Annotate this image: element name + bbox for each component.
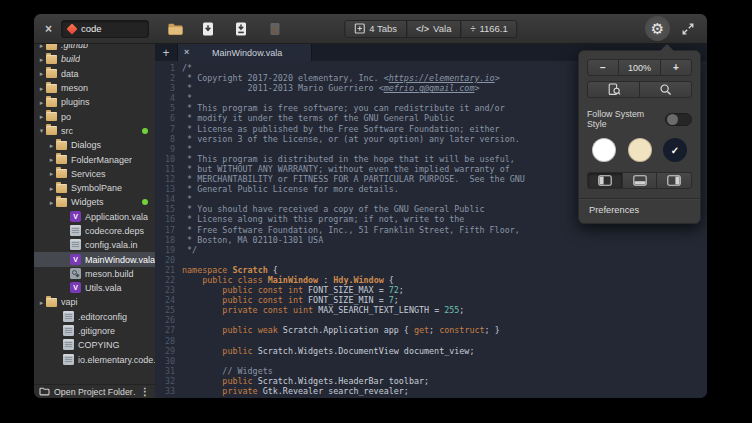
tree-item-editorconfig[interactable]: .editorconfig [34, 310, 155, 324]
code-line[interactable]: 27 public weak Scratch.Application app {… [155, 325, 707, 335]
modified-badge [142, 199, 148, 205]
code-line[interactable]: 29 public Scratch.Widgets.DocumentView d… [155, 346, 707, 356]
code-line[interactable]: 33 private Gtk.Revealer search_revealer; [155, 386, 707, 396]
tree-item-vapi[interactable]: ▸vapi [34, 295, 155, 309]
tree-item-plugins[interactable]: ▸plugins [34, 95, 155, 109]
tree-item-label: Application.vala [85, 212, 148, 222]
project-chooser-button[interactable]: code [61, 20, 149, 38]
open-file-button[interactable] [163, 17, 187, 41]
kebab-menu-icon[interactable]: ⋮ [140, 387, 150, 397]
expander-closed-icon[interactable]: ▸ [37, 70, 46, 77]
tree-item-label: Utils.vala [85, 283, 122, 293]
tab-mainwindow-vala[interactable]: × MainWindow.vala [177, 44, 312, 61]
sepia-style-option[interactable] [628, 138, 652, 162]
line-number: 11 [155, 164, 175, 174]
folder-icon [46, 69, 57, 78]
zoom-out-button[interactable]: − [587, 59, 619, 76]
fullscreen-button[interactable] [677, 18, 699, 40]
save-as-button[interactable] [229, 17, 253, 41]
tree-item-config-vala-in[interactable]: config.vala.in [34, 238, 155, 252]
zoom-controls: − 100% + [587, 59, 692, 76]
tree-item-data[interactable]: ▸data [34, 67, 155, 81]
code-text: public class MainWindow : Hdy.Window { [175, 275, 394, 285]
language-label: Vala [433, 23, 451, 34]
code-line[interactable]: 32 public Scratch.Widgets.HeaderBar tool… [155, 376, 707, 386]
preferences-menu-item[interactable]: Preferences [587, 199, 692, 223]
line-number: 16 [155, 214, 175, 224]
search-button[interactable] [639, 81, 692, 98]
folder-icon [46, 84, 57, 93]
code-line[interactable]: 17 * Free Software Foundation, Inc., 51 … [155, 225, 707, 235]
folder-icon [46, 126, 57, 135]
new-tab-button[interactable]: + [155, 44, 177, 61]
tree-item-github[interactable]: ▸.github [34, 44, 155, 52]
expander-closed-icon[interactable]: ▸ [47, 199, 56, 206]
tree-item-symbolpane[interactable]: ▸SymbolPane [34, 181, 155, 195]
code-line[interactable]: 22 public class MainWindow : Hdy.Window … [155, 275, 707, 285]
code-text: * General Public License for more detail… [175, 184, 399, 194]
tree-item-gitignore[interactable]: .gitignore [34, 324, 155, 338]
expander-closed-icon[interactable]: ▸ [47, 170, 56, 177]
code-line[interactable]: 31 // Widgets [155, 366, 707, 376]
follow-system-style-toggle[interactable] [665, 113, 692, 126]
tree-item-application-vala[interactable]: VApplication.vala [34, 210, 155, 224]
expander-closed-icon[interactable]: ▸ [37, 85, 46, 92]
code-line[interactable]: 21namespace Scratch { [155, 265, 707, 275]
tree-item-dialogs[interactable]: ▸Dialogs [34, 138, 155, 152]
code-line[interactable]: 19 */ [155, 245, 707, 255]
tree-item-src[interactable]: ▾src [34, 124, 155, 138]
find-in-file-button[interactable] [587, 81, 640, 98]
language-button[interactable]: </> Vala [406, 20, 461, 38]
settings-menu-button[interactable]: ⚙ [645, 16, 670, 41]
expander-closed-icon[interactable]: ▸ [47, 142, 56, 149]
tree-item-utils-vala[interactable]: VUtils.vala [34, 281, 155, 295]
expander-closed-icon[interactable]: ▸ [37, 299, 46, 306]
tree-item-io-elementary-code-yml[interactable]: io.elementary.code.yml [34, 353, 155, 367]
tabs-count-button[interactable]: 4 Tabs [344, 20, 407, 38]
code-line[interactable]: 24 public const int FONT_SIZE_MIN = 7; [155, 295, 707, 305]
expander-closed-icon[interactable]: ▸ [37, 113, 46, 120]
tree-item-codecore-deps[interactable]: codecore.deps [34, 224, 155, 238]
line-number: 5 [155, 103, 175, 113]
tree-item-build[interactable]: ▸build [34, 52, 155, 66]
code-line[interactable]: 28 [155, 336, 707, 346]
tree-item-label: .editorconfig [78, 312, 127, 322]
line-number: 24 [155, 295, 175, 305]
cursor-position-button[interactable]: ÷ 1166.1 [460, 20, 517, 38]
window-close-button[interactable]: × [45, 23, 52, 35]
tree-item-foldermanager[interactable]: ▸FolderManager [34, 152, 155, 166]
tree-item-services[interactable]: ▸Services [34, 167, 155, 181]
code-line[interactable]: 18 * Boston, MA 02110-1301 USA [155, 235, 707, 245]
toggle-right-panel-button[interactable] [656, 172, 692, 189]
tree-item-meson-build[interactable]: meson.build [34, 267, 155, 281]
expander-closed-icon[interactable]: ▸ [37, 99, 46, 106]
toggle-left-panel-button[interactable] [587, 172, 623, 189]
tree-item-widgets[interactable]: ▸Widgets [34, 195, 155, 209]
light-style-option[interactable] [592, 138, 616, 162]
expander-closed-icon[interactable]: ▸ [47, 156, 56, 163]
expander-closed-icon[interactable]: ▸ [47, 185, 56, 192]
folder-icon [46, 112, 57, 121]
code-line[interactable]: 26 [155, 315, 707, 325]
tree-item-po[interactable]: ▸po [34, 109, 155, 123]
zoom-level[interactable]: 100% [618, 59, 661, 76]
revert-button[interactable] [262, 17, 286, 41]
code-line[interactable]: 20 [155, 255, 707, 265]
expander-open-icon[interactable]: ▾ [37, 127, 46, 134]
dark-style-option[interactable]: ✓ [663, 138, 687, 162]
code-line[interactable]: 23 public const int FONT_SIZE_MAX = 72; [155, 285, 707, 295]
modified-badge [142, 128, 148, 134]
toggle-bottom-panel-button[interactable] [622, 172, 658, 189]
line-number: 2 [155, 73, 175, 83]
expander-closed-icon[interactable]: ▸ [37, 56, 46, 63]
open-project-folder-button[interactable]: Open Project Folder… ⋮ [34, 384, 155, 398]
line-number: 30 [155, 356, 175, 366]
save-button[interactable] [196, 17, 220, 41]
tree-item-copying[interactable]: COPYING [34, 338, 155, 352]
tree-item-meson[interactable]: ▸meson [34, 81, 155, 95]
zoom-in-button[interactable]: + [660, 59, 692, 76]
code-line[interactable]: 30 [155, 356, 707, 366]
expander-closed-icon[interactable]: ▸ [37, 44, 46, 49]
code-line[interactable]: 25 private const uint MAX_SEARCH_TEXT_LE… [155, 305, 707, 315]
tree-item-mainwindow-vala[interactable]: VMainWindow.vala [34, 252, 155, 266]
